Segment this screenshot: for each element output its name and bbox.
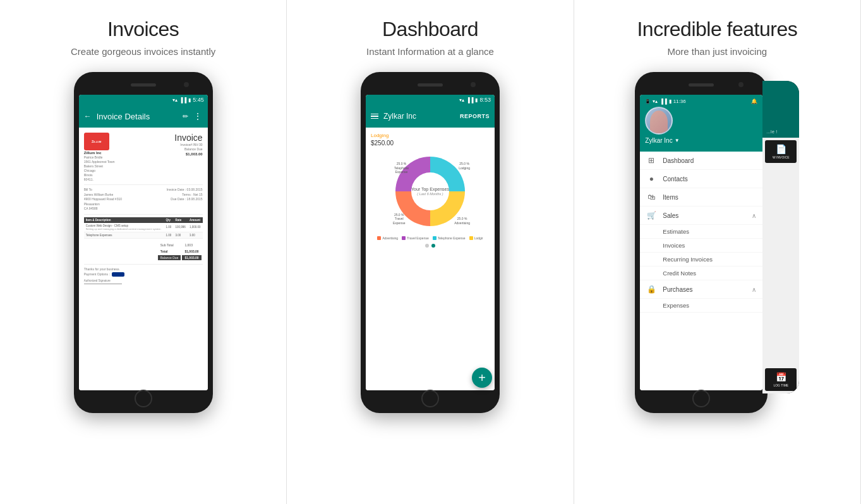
- company-name: Zylkar Inc: [645, 137, 672, 144]
- phone-icon: 📱: [645, 99, 651, 104]
- home-button-3[interactable]: [692, 390, 710, 407]
- nav-item-purchases[interactable]: 🔒 Purchases ∧: [640, 280, 762, 299]
- legend-lodging: Lodgir: [469, 236, 483, 240]
- screen-3: 📱 ▾▴ ▐▐ ▮ 11:36 🔔 Zylkar Inc ▼: [640, 95, 762, 390]
- bill-to-row: Bill To James William Burke 4900 Hoppaar…: [84, 188, 203, 212]
- invoice-toolbar: ← Invoice Details ✏ ⋮: [79, 105, 208, 128]
- phone-top-1: [79, 81, 208, 92]
- time-2: 8:53: [479, 97, 491, 103]
- donut-wrapper: Your Top Expenses ( Last 6 Months ) 25.0…: [389, 150, 471, 232]
- total-label: Total: [158, 249, 181, 254]
- nav-label-contacts: Contacts: [663, 176, 756, 183]
- status-bar-3: 📱 ▾▴ ▐▐ ▮ 11:36 🔔: [645, 99, 757, 104]
- more-icon[interactable]: ⋮: [193, 111, 203, 121]
- label-advertising: 25.0 %Advertising: [454, 217, 470, 225]
- speaker-2: [418, 83, 443, 87]
- donut-chart: Your Top Expenses ( Last 6 Months ) 25.0…: [371, 150, 490, 232]
- subnav-expenses[interactable]: Expenses: [640, 299, 762, 313]
- balance-due-final: $1,003.00: [182, 255, 201, 260]
- nav-header: 📱 ▾▴ ▐▐ ▮ 11:36 🔔 Zylkar Inc ▼: [640, 95, 762, 152]
- phone-3: 📱 ▾▴ ▐▐ ▮ 11:36 🔔 Zylkar Inc ▼: [635, 72, 768, 413]
- label-travel: 25.0 %TravelExpense: [393, 213, 405, 225]
- nav-label-items: Items: [663, 194, 756, 201]
- dot-2-active[interactable]: [431, 244, 435, 248]
- label-telephone: 25.0 %TelephoneExpense: [394, 162, 409, 174]
- partial-log-time[interactable]: 📅 LOG TIME: [765, 368, 797, 391]
- legend-dot-advertising: [377, 236, 381, 240]
- invoice-content: Z ILLUM Zillum Inc Patrice Bridle 1561 A…: [79, 128, 208, 390]
- legend-dot-lodging: [469, 236, 473, 240]
- camera-2: [471, 82, 476, 87]
- divider-1: [84, 184, 203, 185]
- item-amount-1: 1,000.00: [188, 223, 203, 232]
- time-3: 11:36: [673, 99, 686, 104]
- phone-top-2: [366, 81, 495, 92]
- bill-to-info: Bill To James William Burke 4900 Hoppaar…: [84, 188, 122, 212]
- nav-item-sales[interactable]: 🛒 Sales ∧: [640, 207, 762, 225]
- subtotal-value: 1,003: [182, 243, 201, 248]
- nav-item-contacts[interactable]: ● Contacts: [640, 170, 762, 188]
- phone-1: ▾▴ ▐▐ ▮ 5:45 ← Invoice Details ✏ ⋮ Z ILL…: [74, 72, 213, 413]
- company-name-row: Zylkar Inc ▼: [645, 137, 757, 144]
- signal-icon-2: ▐▐: [466, 97, 473, 103]
- reports-button[interactable]: REPORTS: [460, 113, 490, 119]
- panel-features: Incredible features More than just invoi…: [574, 0, 861, 504]
- subnav-recurring-invoices[interactable]: Recurring Invoices: [640, 253, 762, 267]
- items-table: Item & Description Qty Rate Amount Custo…: [84, 217, 203, 239]
- phone-group-3: 📱 ▾▴ ▐▐ ▮ 11:36 🔔 Zylkar Inc ▼: [635, 72, 799, 413]
- home-button-2[interactable]: [421, 390, 439, 407]
- thanks-text: Thanks for your business.: [84, 267, 203, 271]
- legend-label-advertising: Advertising: [382, 236, 398, 240]
- fab-button[interactable]: +: [472, 368, 492, 388]
- speaker-3: [689, 83, 714, 87]
- back-icon[interactable]: ←: [84, 112, 92, 121]
- subnav-credit-notes[interactable]: Credit Notes: [640, 267, 762, 280]
- new-invoice-label: W INVOICE: [773, 155, 790, 159]
- legend-telephone: Telephone Expense: [433, 236, 466, 240]
- divider-3: [84, 264, 203, 265]
- dot-1[interactable]: [425, 244, 429, 248]
- totals-table: Sub Total 1,003 Total $1,003.00 Balance …: [157, 241, 203, 261]
- wifi-icon-2: ▾▴: [459, 97, 464, 103]
- legend-travel: Travel Expense: [402, 236, 429, 240]
- company-info: Zillum Inc Patrice Bridle 1561 Applecres…: [84, 150, 115, 182]
- nav-item-items[interactable]: 🛍 Items: [640, 188, 762, 207]
- items-icon: 🛍: [646, 193, 656, 201]
- item-qty-1: 1.00: [164, 223, 174, 232]
- purchases-icon: 🔒: [646, 285, 656, 294]
- signal-icon-1: ▐▐: [179, 97, 186, 103]
- subtotal-label: Sub Total: [158, 243, 181, 248]
- pagination-dots: [371, 244, 490, 248]
- donut-center-text: Your Top Expenses ( Last 6 Months ): [411, 186, 449, 196]
- legend-label-travel: Travel Expense: [407, 236, 429, 240]
- paypal-button[interactable]: [112, 272, 124, 277]
- signature-line: [84, 284, 122, 284]
- hamburger-menu[interactable]: [371, 114, 378, 119]
- battery-icon-1: ▮: [188, 97, 191, 103]
- legend-advertising: Advertising: [377, 236, 398, 240]
- dropdown-arrow-icon[interactable]: ▼: [675, 138, 680, 143]
- nav-item-dashboard[interactable]: ⊞ Dashboard: [640, 152, 762, 170]
- camera-1: [184, 82, 189, 87]
- camera-3: [738, 82, 744, 87]
- status-bar-1: ▾▴ ▐▐ ▮ 5:45: [79, 95, 208, 105]
- phone-home-1: [79, 393, 208, 404]
- edit-icon[interactable]: ✏: [183, 112, 188, 121]
- nav-content: ⊞ Dashboard ● Contacts 🛍 Items: [640, 152, 762, 390]
- sales-icon: 🛒: [646, 211, 656, 220]
- dashboard-content: Lodging $250.00: [366, 128, 495, 390]
- panel2-title: Dashboard: [382, 18, 478, 41]
- table-row: Custom Web Design - CMS setupSetting up …: [84, 223, 203, 232]
- signature-section: Authorized Signature: [84, 279, 203, 284]
- purchases-expand-icon: ∧: [752, 286, 756, 293]
- home-button-1[interactable]: [135, 390, 152, 407]
- phone-2: ▾▴ ▐▐ ▮ 8:53 Zylkar Inc REPORTS Lodging …: [361, 72, 500, 413]
- donut-title: Your Top Expenses: [411, 186, 449, 192]
- subnav-estimates[interactable]: Estimates: [640, 225, 762, 239]
- sig-label: Authorized Signature: [84, 279, 203, 282]
- partial-new-invoice[interactable]: 📄 W INVOICE: [765, 140, 797, 163]
- dashboard-icon: ⊞: [646, 156, 656, 165]
- wifi-icon-3: ▾▴: [653, 99, 658, 104]
- subnav-invoices[interactable]: Invoices: [640, 239, 762, 253]
- payment-label: Payment Options :: [84, 272, 110, 276]
